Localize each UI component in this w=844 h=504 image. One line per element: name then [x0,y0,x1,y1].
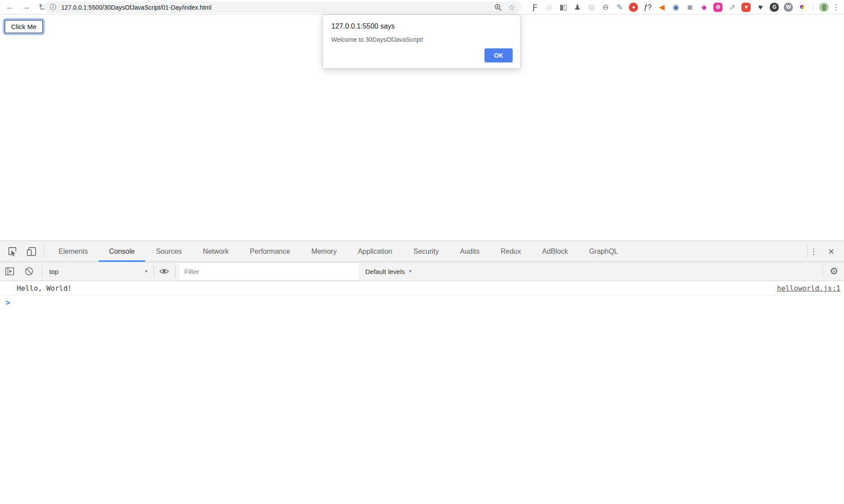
circled-dash-icon[interactable]: ⊖ [601,3,610,12]
devtools-tab-security[interactable]: Security [403,241,449,262]
devtools-tab-audits[interactable]: Audits [449,241,490,262]
console-log-message: Hello, World! [17,284,72,292]
zoom-magnifier-icon[interactable] [494,4,502,11]
console-sidebar-icon[interactable] [4,266,15,277]
heart-search-icon[interactable]: ♥ [756,3,765,12]
site-info-icon[interactable]: ⓘ [50,3,56,11]
blue-globe-icon[interactable]: ◉ [671,3,680,12]
browser-toolbar: ← → ↻ ⓘ 127.0.0.1:5500/30DaysOfJavaScrip… [0,0,844,15]
divider [813,3,813,11]
console-toolbar: top ▼ Default levels ▼ ⚙ [0,262,844,281]
chevron-down-icon: ▼ [144,269,148,274]
g-circle-icon[interactable]: G [770,3,779,12]
log-levels-select[interactable]: Default levels ▼ [365,268,412,275]
chevron-down-icon: ▼ [408,269,412,274]
divider [154,265,154,278]
devtools-tabs: ElementsConsoleSourcesNetworkPerformance… [48,241,628,262]
megaphone-icon[interactable]: ◀ [657,3,666,12]
devtools-close-icon[interactable]: × [826,246,837,257]
extension-strip: Ƒ◎▮▯♟▩⊖✎●ƒ?◀◉◙◈⚙⇗▼♥GW{} [530,0,829,14]
arrows-icon[interactable]: ⇗ [727,3,737,12]
devtools-tab-network[interactable]: Network [192,241,239,262]
panels-icon[interactable]: ▮▯ [558,3,568,12]
devtools-tab-memory[interactable]: Memory [301,241,347,262]
eye-icon[interactable] [158,266,170,277]
rainbow-ring-icon[interactable] [798,3,807,11]
eyedropper-icon[interactable]: ✎ [615,3,624,12]
url-text[interactable]: 127.0.0.1:5500/30DaysOfJavaScript/01-Day… [61,4,494,11]
json-braces-icon[interactable]: {} [819,3,829,12]
devtools-tab-performance[interactable]: Performance [239,241,301,262]
atom-icon[interactable]: ◎ [544,3,554,12]
devtools-tab-redux[interactable]: Redux [490,241,532,262]
fontanello-icon[interactable]: Ƒ [530,3,539,12]
devtools-menu-icon[interactable]: ⋮ [808,246,819,257]
console-prompt-row[interactable]: > [0,296,844,310]
browser-menu-icon[interactable]: ⋮ [831,2,841,12]
inspect-element-icon[interactable] [6,245,18,258]
console-prompt-chevron-icon: > [6,298,10,307]
devtools-tabbar: ElementsConsoleSourcesNetworkPerformance… [0,241,844,262]
divider [175,265,176,278]
bookmark-icon[interactable]: ▼ [741,3,751,12]
pink-gear-icon[interactable]: ⚙ [713,3,723,12]
fn-question-icon[interactable]: ƒ? [643,3,652,12]
alert-title: 127.0.0.1:5500 says [331,22,395,30]
alert-message: Welcome to 30DaysOfJavaScript! [331,36,423,43]
camera-icon[interactable]: ◙ [685,3,694,12]
js-context-select[interactable]: top ▼ [49,268,148,275]
console-log-source-link[interactable]: helloworld.js:1 [777,284,841,292]
devtools-tab-sources[interactable]: Sources [145,241,192,262]
console-log-row: Hello, World! helloworld.js:1 [0,281,844,296]
clear-console-icon[interactable] [23,266,35,277]
devtools-tab-application[interactable]: Application [347,241,403,262]
console-settings-gear-icon[interactable]: ⚙ [827,265,840,278]
log-levels-value: Default levels [365,268,405,275]
devtools-panel: ElementsConsoleSourcesNetworkPerformance… [0,241,844,504]
divider [44,245,44,258]
devtools-tab-console[interactable]: Console [99,241,146,262]
faded-gear-box-icon[interactable]: ▩ [587,3,596,12]
js-context-value: top [49,268,59,275]
devtools-tab-adblock[interactable]: AdBlock [532,241,579,262]
w-circle-icon[interactable]: W [784,3,793,12]
console-filter-input[interactable] [179,263,359,280]
device-toolbar-icon[interactable] [26,245,38,258]
adblock-hand-icon[interactable]: ● [629,3,638,12]
js-alert-dialog: 127.0.0.1:5500 says Welcome to 30DaysOfJ… [323,15,521,69]
devtools-tab-graphql[interactable]: GraphQL [579,241,629,262]
divider [42,265,42,278]
divider [822,265,823,278]
bug-icon[interactable]: ♟ [572,3,582,12]
graphql-icon[interactable]: ◈ [699,3,708,12]
devtools-tab-elements[interactable]: Elements [48,241,99,262]
address-bar[interactable]: ⓘ 127.0.0.1:5500/30DaysOfJavaScript/01-D… [44,1,521,13]
alert-ok-button[interactable]: OK [484,48,513,62]
click-me-button[interactable]: Click Me [4,20,43,33]
back-icon[interactable]: ← [4,2,15,12]
forward-icon[interactable]: → [21,2,31,12]
bookmark-star-icon[interactable]: ☆ [508,4,515,11]
